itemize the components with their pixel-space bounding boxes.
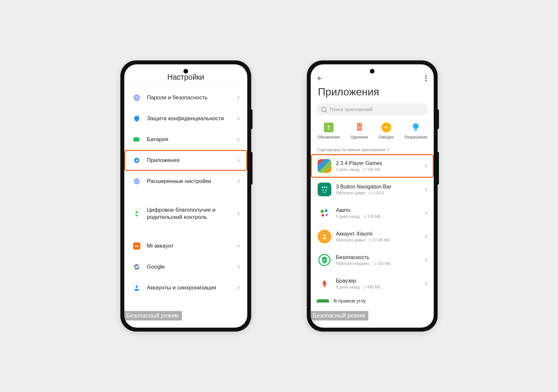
action-permissions[interactable]: Разрешения — [405, 122, 427, 139]
search-icon — [321, 107, 326, 112]
settings-list: Пароли и безопасность Защита конфиденциа… — [124, 87, 247, 298]
back-button[interactable] — [317, 75, 323, 82]
svg-rect-23 — [414, 129, 417, 131]
chevron-right-icon — [236, 286, 239, 290]
apps-screen: Приложения Поиск приложений Обновления У… — [311, 64, 434, 328]
camera-dot — [183, 69, 188, 74]
svg-point-28 — [325, 189, 326, 191]
svg-point-22 — [413, 123, 419, 129]
svg-point-2 — [136, 97, 137, 98]
clock-icon — [369, 238, 372, 242]
clock-icon — [363, 286, 366, 289]
svg-rect-25 — [324, 187, 325, 188]
action-label: Обновления — [317, 135, 340, 139]
app-icon — [318, 206, 331, 220]
svg-point-11 — [135, 211, 138, 213]
chevron-right-icon — [236, 138, 239, 141]
chevron-right-icon — [236, 179, 239, 183]
svg-point-14 — [135, 286, 138, 288]
search-input[interactable]: Поиск приложений — [317, 103, 428, 115]
settings-item-label: Цифровое благополучие и родительский кон… — [147, 206, 236, 221]
mi-icon: mi — [132, 242, 141, 250]
app-item-avito[interactable]: Авито 5 дней назад 328 МБ — [311, 201, 434, 225]
settings-item-label: Расширенные настройки — [147, 178, 236, 185]
settings-item-apps[interactable]: Приложения — [124, 150, 247, 171]
app-meta: Работало давно 37,86 МБ — [336, 238, 424, 242]
app-icon — [318, 277, 331, 290]
chevron-right-icon — [236, 96, 239, 99]
delete-icon — [355, 122, 364, 132]
svg-point-33 — [323, 235, 325, 237]
svg-rect-3 — [133, 138, 139, 142]
app-icon — [318, 230, 331, 243]
svg-rect-4 — [139, 139, 140, 140]
settings-item-passwords[interactable]: Пароли и безопасность — [124, 87, 247, 108]
app-item-security[interactable]: Безопасность Работало недавно 142 МБ — [311, 248, 434, 272]
app-icon — [317, 299, 329, 302]
action-label: Удаление — [351, 135, 368, 139]
app-item-player-games[interactable]: 2 3 4 Player Games 1 день назад 106 МБ — [311, 154, 434, 178]
app-meta: Работало давно 0,00 Б — [336, 191, 424, 195]
clock-icon — [369, 191, 372, 195]
more-menu-button[interactable] — [424, 74, 428, 83]
wellbeing-icon — [132, 209, 141, 218]
app-item-partial[interactable]: В правом углу — [311, 295, 434, 303]
clock-icon — [363, 168, 366, 171]
action-updates[interactable]: Обновления — [317, 122, 340, 139]
settings-item-battery[interactable]: Батарея — [124, 129, 247, 150]
chevron-right-icon — [424, 282, 427, 285]
settings-item-privacy[interactable]: Защита конфиденциальности — [124, 108, 247, 129]
chevron-right-icon — [424, 164, 427, 168]
clock-icon — [363, 215, 366, 218]
app-meta: 6 дней назад 485 МБ — [336, 285, 424, 289]
svg-point-8 — [135, 181, 136, 182]
settings-item-google[interactable]: Google — [124, 256, 247, 277]
app-item-3button-nav[interactable]: 3 Button Navigation Bar Работало давно 0… — [311, 178, 434, 201]
action-label: Разрешения — [405, 135, 427, 139]
svg-rect-24 — [322, 187, 323, 188]
chevron-right-icon — [424, 188, 427, 191]
settings-item-label: Аккаунты и синхронизация — [147, 284, 236, 291]
settings-item-wellbeing[interactable]: Цифровое благополучие и родительский кон… — [124, 200, 247, 227]
settings-item-label: Приложения — [147, 157, 236, 164]
app-item-xiaomi-account[interactable]: Аккаунт Xiaomi Работало давно 37,86 МБ — [311, 225, 434, 248]
google-icon — [132, 263, 141, 271]
app-name: Браузер — [336, 278, 424, 284]
account-icon — [132, 284, 141, 292]
svg-rect-15 — [327, 129, 330, 129]
svg-rect-26 — [326, 187, 327, 188]
action-getapps[interactable]: GetApps — [379, 122, 394, 139]
settings-screen: Настройки Пароли и безопасность Защита к… — [124, 64, 247, 328]
svg-point-27 — [323, 189, 324, 191]
app-name: Безопасность — [336, 254, 424, 260]
app-meta: Работало недавно 142 МБ — [336, 261, 424, 266]
chevron-right-icon — [236, 158, 239, 162]
camera-dot — [370, 69, 375, 74]
chevron-right-icon — [424, 235, 427, 238]
app-name: 3 Button Navigation Bar — [336, 184, 424, 190]
screen-right: Приложения Поиск приложений Обновления У… — [311, 64, 434, 328]
settings-item-mi-account[interactable]: mi Mi аккаунт — [124, 236, 247, 256]
app-icon — [318, 253, 331, 267]
sort-button[interactable]: Сортировка по имени приложения ⇅ — [311, 144, 434, 154]
settings-item-label: Mi аккаунт — [147, 242, 236, 250]
fingerprint-icon — [132, 93, 141, 102]
app-item-browser[interactable]: Браузер 6 дней назад 485 МБ — [311, 272, 434, 295]
safemode-badge: Безопасный режим — [124, 311, 182, 320]
sort-arrows-icon: ⇅ — [387, 148, 390, 152]
svg-rect-18 — [358, 123, 360, 123]
chevron-right-icon — [236, 117, 239, 120]
settings-item-accounts-sync[interactable]: Аккаунты и синхронизация — [124, 277, 247, 298]
clock-icon — [373, 262, 376, 265]
phone-right: Приложения Поиск приложений Обновления У… — [307, 60, 438, 332]
safemode-badge: Безопасный режим — [311, 311, 368, 320]
search-placeholder: Поиск приложений — [330, 106, 373, 112]
app-name: 2 3 4 Player Games — [336, 160, 424, 166]
app-name: Аккаунт Xiaomi — [336, 231, 424, 237]
chevron-right-icon — [236, 265, 239, 269]
chevron-right-icon — [424, 258, 427, 262]
settings-item-label: Защита конфиденциальности — [147, 115, 236, 122]
action-delete[interactable]: Удаление — [351, 122, 368, 139]
settings-item-advanced[interactable]: Расширенные настройки — [124, 171, 247, 192]
sort-label: Сортировка по имени приложения — [317, 147, 385, 152]
